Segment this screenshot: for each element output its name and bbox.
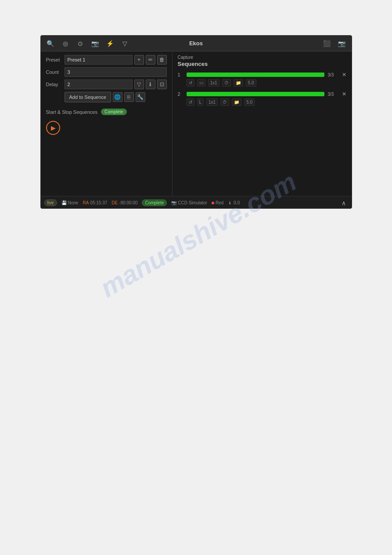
- save-icon: 💾: [61, 200, 67, 205]
- preset-controls: + ✏ 🗑: [134, 55, 167, 65]
- ra-value: 05:15:37: [90, 200, 107, 205]
- seq2-filter-label: L: [197, 98, 204, 106]
- seq2-details: ↺ L 1x1 ⏱ 📁 5.0: [178, 98, 346, 106]
- camera-status: 📷 CCD Simulator: [171, 200, 207, 205]
- file-status: 💾 None: [61, 200, 79, 205]
- seq2-progress-bar: [187, 92, 324, 96]
- grid-icon[interactable]: ⬛: [323, 39, 331, 48]
- seq1-progress-fill: [187, 73, 324, 77]
- temp-value: 0.0: [234, 200, 240, 205]
- preset-delete-btn[interactable]: 🗑: [157, 55, 167, 65]
- top-bar-right-icons: ⬛ 📷: [246, 39, 346, 48]
- capture-label: Capture: [178, 55, 346, 60]
- delay-row: Delay ▽ ℹ ⊡: [46, 80, 167, 89]
- add-seq-wrench-btn[interactable]: 🔧: [136, 92, 145, 102]
- mount-icon[interactable]: ⚡: [106, 39, 115, 48]
- de-label: DE: [111, 200, 118, 205]
- preset-edit-btn[interactable]: ✏: [146, 55, 155, 65]
- delay-info-btn[interactable]: ℹ: [146, 80, 155, 89]
- preset-row: Preset + ✏ 🗑: [46, 55, 167, 65]
- filter-label: Red: [216, 200, 223, 205]
- play-icon: ▶: [51, 124, 56, 131]
- preset-add-btn[interactable]: +: [134, 55, 144, 65]
- temp-status: 🌡 0.0: [228, 200, 240, 205]
- delay-filter-btn[interactable]: ▽: [134, 80, 144, 89]
- seq1-header: 1 3/3 ✕: [178, 72, 346, 78]
- ra-status: RA 05:15:37: [83, 200, 107, 205]
- filter-icon[interactable]: ▽: [121, 39, 129, 48]
- count-label: Count: [46, 69, 65, 75]
- target-icon[interactable]: ◎: [61, 39, 70, 48]
- preset-input[interactable]: [65, 55, 133, 65]
- panels-area: Preset + ✏ 🗑 Count: [41, 51, 352, 196]
- status-bar: live 💾 None RA 05:15:37 DE -90:00:00 Com…: [41, 196, 352, 209]
- add-seq-row: Add to Sequence 🌐 ⎘ 🔧: [46, 92, 167, 102]
- seq1-folder-icon: 📁: [234, 79, 243, 87]
- seq1-exposure: 5.0: [246, 79, 256, 87]
- camera-icon[interactable]: 📷: [91, 39, 100, 48]
- seq1-frame-icon: ▭: [197, 79, 205, 87]
- search-icon[interactable]: 🔍: [46, 39, 55, 48]
- sequence-row-1: 1 3/3 ✕ ↺ ▭ 1x1 ⏱: [178, 72, 346, 87]
- delay-controls: ▽ ℹ ⊡: [134, 80, 167, 89]
- file-label: None: [68, 200, 79, 205]
- main-content: Preset + ✏ 🗑 Count: [41, 51, 352, 209]
- seq1-count: 3/3: [328, 73, 338, 77]
- seq2-folder-icon: 📁: [232, 98, 241, 106]
- seq1-details: ↺ ▭ 1x1 ⏱ 📁 5.0: [178, 79, 346, 87]
- sequences-title: Sequences: [178, 61, 346, 67]
- start-stop-status-badge: Complete: [101, 109, 127, 115]
- right-panel: Capture Sequences 1 3/3 ✕: [173, 51, 352, 196]
- seq1-binning: 1x1: [208, 79, 219, 87]
- ccd-label: CCD Simulator: [178, 200, 207, 205]
- seq2-close-button[interactable]: ✕: [342, 91, 346, 97]
- filter-dot: [212, 202, 214, 204]
- seq1-close-button[interactable]: ✕: [342, 72, 346, 78]
- play-button[interactable]: ▶: [46, 121, 60, 135]
- temp-icon: 🌡: [228, 200, 232, 205]
- add-seq-globe-btn[interactable]: 🌐: [113, 92, 122, 102]
- delay-extra-btn[interactable]: ⊡: [157, 80, 167, 89]
- seq2-timer-icon: ⏱: [220, 98, 229, 106]
- seq2-header: 2 3/3 ✕: [178, 91, 346, 97]
- seq2-binning: 1x1: [206, 98, 218, 106]
- sequence-row-2: 2 3/3 ✕ ↺ L 1x1 ⏱: [178, 91, 346, 106]
- camera2-icon[interactable]: 📷: [338, 39, 346, 48]
- de-value: -90:00:00: [119, 200, 137, 205]
- refresh-icon[interactable]: ⊙: [76, 39, 85, 48]
- complete-badge: Complete: [142, 200, 167, 206]
- seq2-number: 2: [178, 91, 183, 97]
- seq1-timer-icon: ⏱: [222, 79, 231, 87]
- filter-status: Red: [212, 200, 223, 205]
- top-bar: 🔍 ◎ ⊙ 📷 ⚡ ▽ Ekos ⬛ 📷: [41, 36, 352, 51]
- seq2-loop-icon: ↺: [187, 98, 194, 106]
- seq2-count: 3/3: [328, 92, 338, 97]
- seq2-progress-fill: [187, 92, 324, 96]
- delay-input[interactable]: [65, 80, 133, 89]
- add-to-sequence-button[interactable]: Add to Sequence: [65, 92, 111, 102]
- delay-label: Delay: [46, 82, 65, 87]
- count-input[interactable]: [65, 67, 167, 77]
- seq1-number: 1: [178, 72, 183, 77]
- expand-btn[interactable]: ∧: [339, 199, 348, 207]
- add-seq-copy-btn[interactable]: ⎘: [124, 92, 134, 102]
- top-bar-left-icons: 🔍 ◎ ⊙ 📷 ⚡ ▽: [46, 39, 146, 48]
- add-seq-extra-controls: 🌐 ⎘ 🔧: [113, 92, 145, 102]
- app-title: Ekos: [146, 40, 246, 47]
- live-badge: live: [44, 200, 57, 206]
- seq1-progress-bar: [187, 73, 324, 77]
- seq2-exposure: 5.0: [244, 98, 255, 106]
- count-row: Count: [46, 67, 167, 77]
- start-stop-section-title: Start & Stop Sequences: [46, 109, 97, 115]
- left-panel: Preset + ✏ 🗑 Count: [41, 51, 173, 196]
- ra-label: RA: [83, 200, 89, 205]
- preset-label: Preset: [46, 57, 65, 62]
- de-status: DE -90:00:00: [111, 200, 137, 205]
- seq1-loop-icon: ↺: [187, 79, 194, 87]
- ccd-icon: 📷: [171, 200, 176, 205]
